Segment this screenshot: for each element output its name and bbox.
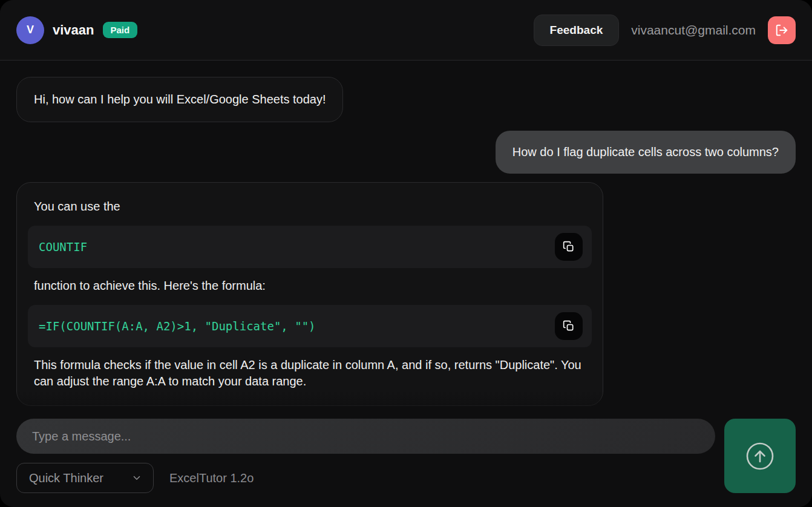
app-version: ExcelTutor 1.2o — [169, 471, 254, 485]
code-snippet-2: =IF(COUNTIF(A:A, A2)>1, "Duplicate", "") — [28, 318, 358, 335]
message-input[interactable] — [16, 419, 715, 454]
composer-controls: Quick Thinker ExcelTutor 1.2o — [16, 463, 715, 493]
assistant-greeting-message: Hi, how can I help you will Excel/Google… — [16, 77, 343, 122]
reply-text-2: function to achieve this. Here's the for… — [28, 278, 592, 294]
reply-text-1: You can use the — [28, 198, 592, 215]
copy-icon — [563, 241, 575, 253]
user-message-text: How do I flag duplicate cells across two… — [512, 145, 779, 159]
copy-icon — [563, 320, 575, 332]
feedback-button[interactable]: Feedback — [534, 15, 620, 46]
chevron-down-icon — [131, 473, 142, 483]
send-arrow-icon — [745, 442, 774, 471]
composer-left: Quick Thinker ExcelTutor 1.2o — [16, 419, 715, 493]
assistant-reply-message: You can use the COUNTIF function to achi… — [16, 182, 603, 406]
model-selector[interactable]: Quick Thinker — [16, 463, 154, 493]
user-message: How do I flag duplicate cells across two… — [496, 131, 796, 174]
avatar: V — [16, 16, 44, 44]
plan-badge: Paid — [103, 22, 138, 38]
code-snippet-1: COUNTIF — [28, 239, 129, 255]
copy-button-2[interactable] — [555, 312, 583, 340]
logout-button[interactable] — [768, 16, 796, 44]
send-button[interactable] — [724, 419, 796, 493]
avatar-initial: V — [27, 24, 34, 36]
chat-area[interactable]: Hi, how can I help you will Excel/Google… — [0, 61, 812, 419]
header: V vivaan Paid Feedback vivaancut@gmail.c… — [0, 0, 812, 61]
header-user-group: V vivaan Paid — [16, 16, 137, 44]
app-window: V vivaan Paid Feedback vivaancut@gmail.c… — [0, 0, 812, 507]
user-email: vivaancut@gmail.com — [631, 23, 756, 38]
assistant-greeting-text: Hi, how can I help you will Excel/Google… — [34, 93, 326, 106]
reply-text-3: This formula checks if the value in cell… — [28, 357, 592, 390]
logout-icon — [775, 24, 788, 37]
model-selector-value: Quick Thinker — [29, 471, 103, 485]
header-actions: Feedback vivaancut@gmail.com — [534, 15, 796, 46]
copy-button-1[interactable] — [555, 233, 583, 261]
composer: Quick Thinker ExcelTutor 1.2o — [0, 419, 812, 507]
code-block-1: COUNTIF — [28, 226, 592, 268]
username: vivaan — [53, 22, 94, 38]
code-block-2: =IF(COUNTIF(A:A, A2)>1, "Duplicate", "") — [28, 305, 592, 347]
